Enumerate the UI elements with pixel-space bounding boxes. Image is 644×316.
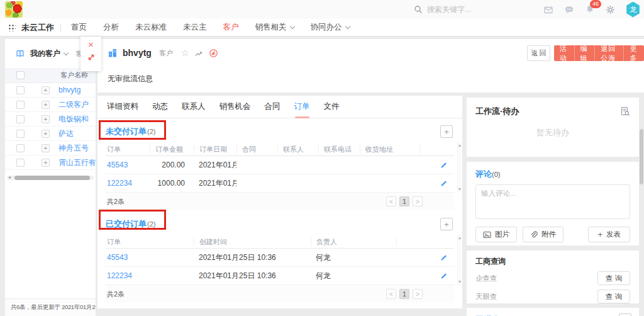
row-checkbox[interactable] — [16, 130, 25, 138]
nav-item-customer[interactable]: 客户 — [223, 22, 239, 33]
expand-row-icon[interactable]: + — [42, 115, 50, 123]
nav-item-analysis[interactable]: 分析 — [103, 22, 119, 33]
settings-gear-icon[interactable] — [606, 5, 615, 14]
prev-page-button[interactable]: < — [386, 289, 396, 299]
order-link[interactable]: 122234 — [106, 271, 194, 280]
expand-row-icon[interactable]: + — [42, 159, 50, 167]
expand-row-icon[interactable]: + — [42, 144, 50, 152]
table-scrollbar[interactable] — [457, 235, 462, 285]
attachment-button[interactable]: 附件 — [523, 227, 564, 242]
add-order-button[interactable]: + — [440, 125, 453, 138]
apps-grid-icon[interactable] — [8, 23, 16, 31]
nav-item-sales[interactable]: 销售相关 — [255, 22, 294, 33]
horizontal-scrollbar[interactable] — [7, 176, 94, 180]
customer-link[interactable]: 神舟五号 — [58, 143, 89, 154]
screen: 46 龙 未云工作 首页 分析 未云标准 未云主 客户 销售相关 协同办公 我的… — [0, 0, 644, 316]
scroll-up-icon[interactable] — [458, 144, 461, 147]
locked-badge-icon[interactable] — [209, 48, 218, 58]
row-checkbox[interactable] — [16, 101, 25, 109]
edit-icon[interactable] — [396, 272, 454, 279]
pagination: < 1 > — [386, 289, 423, 299]
order-link[interactable]: 45543 — [106, 161, 150, 169]
edit-icon[interactable] — [419, 161, 454, 169]
tab-details[interactable]: 详细资料 — [107, 96, 138, 118]
back-button[interactable]: 返回 — [527, 45, 550, 61]
page-title: bhvytg — [123, 48, 152, 58]
table-row: 45543 200.00 2021年01月12日 — [106, 156, 454, 174]
select-all-checkbox[interactable] — [16, 71, 25, 79]
page-scrollbar[interactable] — [640, 39, 643, 316]
approval-message: 无审批流信息 — [108, 74, 153, 84]
expand-row-icon[interactable]: + — [42, 86, 50, 94]
edit-icon[interactable] — [396, 254, 454, 261]
hierarchy-icon[interactable] — [195, 50, 203, 57]
tab-files[interactable]: 文件 — [324, 96, 340, 118]
row-checkbox[interactable] — [16, 159, 25, 167]
expand-row-icon[interactable]: + — [42, 130, 50, 138]
table-scrollbar[interactable] — [457, 142, 462, 193]
current-page[interactable]: 1 — [399, 289, 409, 299]
scroll-left-arrow-icon[interactable] — [8, 176, 11, 179]
row-checkbox[interactable] — [16, 86, 25, 94]
row-checkbox[interactable] — [16, 144, 25, 152]
expand-diagonal-icon[interactable] — [87, 53, 96, 62]
add-button[interactable]: + — [619, 313, 631, 316]
customer-link[interactable]: 萨达 — [58, 128, 74, 139]
customer-link[interactable]: bhvytg — [58, 86, 80, 94]
publish-button[interactable]: + 发表 — [588, 227, 630, 242]
chat-icon[interactable] — [564, 5, 574, 14]
scrollbar-thumb[interactable] — [14, 176, 90, 180]
global-search[interactable] — [414, 3, 515, 16]
add-order-button[interactable]: + — [440, 218, 453, 230]
current-page[interactable]: 1 — [399, 196, 409, 206]
star-favorite-icon[interactable]: ☆ — [181, 48, 189, 57]
prev-page-button[interactable]: < — [386, 196, 396, 206]
workspace-title[interactable]: 未云工作 — [21, 22, 54, 33]
image-button[interactable]: 图片 — [475, 227, 517, 242]
expand-row-icon[interactable]: + — [42, 101, 50, 109]
comments-card: 评论(0) 图片 附件 + 发表 — [467, 162, 639, 245]
user-avatar[interactable]: 龙 — [626, 2, 640, 18]
tab-contracts[interactable]: 合同 — [265, 96, 280, 118]
section-count: (2) — [147, 220, 155, 228]
return-pool-button[interactable]: 退回公海 — [594, 45, 623, 61]
tab-opportunities[interactable]: 销售机会 — [219, 96, 251, 118]
row-checkbox[interactable] — [16, 115, 25, 123]
mail-icon[interactable] — [543, 5, 553, 14]
next-page-button[interactable]: > — [413, 289, 423, 299]
lookup-query-button[interactable]: 查询 — [597, 290, 630, 303]
chevron-down-icon — [345, 24, 350, 29]
nav-item-home[interactable]: 首页 — [71, 22, 87, 33]
app-logo[interactable] — [5, 1, 23, 18]
scroll-down-icon[interactable] — [458, 188, 461, 191]
customer-link[interactable]: 电饭锅和 — [58, 114, 89, 125]
edit-icon[interactable] — [419, 179, 454, 187]
tab-contacts[interactable]: 联系人 — [182, 96, 206, 118]
customer-link[interactable]: 二级客户 — [58, 99, 89, 110]
comment-input[interactable] — [475, 184, 630, 219]
comments-count: (0) — [492, 171, 500, 178]
section-title: 未交付订单 — [106, 126, 147, 137]
next-page-button[interactable]: > — [413, 196, 423, 206]
nav-item-main[interactable]: 未云主 — [183, 22, 207, 33]
scrollbar-thumb[interactable] — [640, 129, 643, 184]
edit-button[interactable]: 编辑 — [574, 45, 595, 61]
tab-orders[interactable]: 订单 — [294, 96, 310, 118]
notifications[interactable]: 46 — [585, 4, 595, 14]
nav-item-collab[interactable]: 协同办公 — [311, 22, 350, 33]
search-input[interactable] — [427, 5, 515, 14]
lookup-query-button[interactable]: 查询 — [597, 271, 630, 285]
order-link[interactable]: 122234 — [106, 179, 150, 188]
close-icon[interactable]: × — [88, 37, 94, 53]
section-count: (2) — [147, 128, 155, 135]
paperclip-icon — [530, 231, 538, 239]
scroll-up-icon[interactable] — [458, 237, 461, 239]
total-count: 共2条 — [107, 290, 125, 299]
tab-feed[interactable]: 动态 — [152, 96, 168, 118]
activity-button[interactable]: 活动 — [554, 45, 574, 61]
order-link[interactable]: 45543 — [106, 253, 194, 262]
workflow-search-icon[interactable] — [620, 106, 630, 116]
nav-item-standard[interactable]: 未云标准 — [135, 22, 167, 33]
customer-link[interactable]: 霄山五行有限 — [58, 157, 96, 168]
scroll-down-icon[interactable] — [458, 281, 461, 283]
